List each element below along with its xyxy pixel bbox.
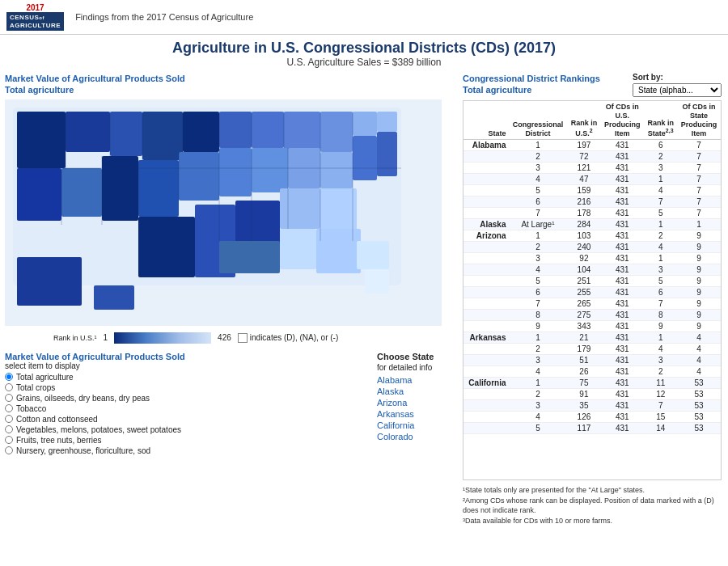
- svg-rect-22: [377, 132, 397, 176]
- cell-rank-state: 7: [644, 400, 677, 412]
- cell-rank-state: 2: [644, 230, 677, 242]
- svg-rect-7: [252, 112, 284, 148]
- filter-option[interactable]: Total crops: [5, 383, 369, 392]
- svg-rect-8: [284, 112, 320, 152]
- cell-cds-us: 431: [600, 378, 644, 389]
- footnote-item: ¹State totals only are presented for the…: [463, 485, 722, 496]
- cell-rank-state: 11: [644, 378, 677, 389]
- cell-cds-state: 4: [677, 332, 721, 344]
- cell-rank-us: 104: [567, 264, 600, 276]
- cell-district: 1: [508, 378, 567, 389]
- cell-district: 4: [508, 174, 567, 185]
- cell-rank-state: 4: [644, 242, 677, 253]
- table-container[interactable]: State CongressionalDistrict Rank inU.S.2…: [463, 100, 722, 480]
- cell-state: [463, 366, 508, 378]
- bottom-left: Market Value of Agricultural Products So…: [5, 352, 458, 457]
- main-title: Agriculture in U.S. Congressional Distri…: [0, 40, 728, 57]
- cell-state: [463, 151, 508, 163]
- cell-cds-state: 9: [677, 298, 721, 310]
- state-list-item[interactable]: California: [377, 420, 458, 431]
- cell-state: [463, 196, 508, 208]
- state-list-subtitle: for detailed info: [377, 363, 458, 372]
- cell-rank-state: 14: [644, 423, 677, 434]
- cell-district: 2: [508, 389, 567, 400]
- cell-cds-us: 431: [600, 253, 644, 264]
- filter-option[interactable]: Nursery, greenhouse, floriculture, sod: [5, 446, 369, 455]
- cell-cds-us: 431: [600, 208, 644, 219]
- cell-cds-state: 9: [677, 321, 721, 332]
- cell-district: 3: [508, 400, 567, 412]
- svg-rect-9: [320, 112, 353, 152]
- svg-rect-2: [66, 112, 110, 152]
- cell-cds-us: 431: [600, 310, 644, 321]
- cell-rank-us: 91: [567, 389, 600, 400]
- rankings-table: State CongressionalDistrict Rank inU.S.2…: [463, 101, 721, 434]
- filter-option[interactable]: Total agriculture: [5, 373, 369, 382]
- table-row: AlaskaAt Large¹28443111: [463, 219, 721, 230]
- table-row: 726543179: [463, 298, 721, 310]
- cell-rank-state: 6: [644, 287, 677, 298]
- cell-rank-us: 265: [567, 298, 600, 310]
- cell-cds-us: 431: [600, 151, 644, 163]
- cell-cds-us: 431: [600, 366, 644, 378]
- cell-state: [463, 298, 508, 310]
- right-section-title: Congressional District Rankings Total ag…: [463, 73, 600, 96]
- header-subtitle: Findings from the 2017 Census of Agricul…: [75, 12, 253, 22]
- cell-cds-state: 9: [677, 287, 721, 298]
- filter-subtitle: select item to display: [5, 361, 369, 370]
- col-district: CongressionalDistrict: [508, 101, 567, 140]
- svg-rect-25: [280, 229, 316, 269]
- cell-rank-us: 216: [567, 196, 600, 208]
- main-title-area: Agriculture in U.S. Congressional Distri…: [0, 35, 728, 70]
- footnote-item: ³Data available for CDs with 10 or more …: [463, 516, 722, 526]
- cell-cds-state: 4: [677, 344, 721, 355]
- cell-rank-state: 2: [644, 366, 677, 378]
- filter-option[interactable]: Grains, oilseeds, dry beans, dry peas: [5, 394, 369, 403]
- svg-rect-11: [377, 112, 397, 132]
- cell-cds-us: 431: [600, 242, 644, 253]
- state-list-item[interactable]: Alabama: [377, 374, 458, 386]
- cell-state: [463, 423, 508, 434]
- state-list-item[interactable]: Arizona: [377, 397, 458, 408]
- cell-rank-us: 121: [567, 163, 600, 174]
- cell-state: [463, 287, 508, 298]
- cell-rank-us: 75: [567, 378, 600, 389]
- svg-rect-4: [142, 112, 183, 160]
- map-container[interactable]: [5, 99, 442, 326]
- cell-district: 8: [508, 310, 567, 321]
- cell-state: Arkansas: [463, 332, 508, 344]
- cell-district: 6: [508, 196, 567, 208]
- sort-select[interactable]: State (alphab... Rank in U.S.: [633, 83, 722, 97]
- table-row: 39243119: [463, 253, 721, 264]
- state-list-item[interactable]: Colorado: [377, 431, 458, 442]
- cell-rank-state: 4: [644, 185, 677, 196]
- filter-title: Market Value of Agricultural Products So…: [5, 352, 369, 361]
- cell-cds-state: 9: [677, 242, 721, 253]
- cell-state: [463, 400, 508, 412]
- filter-option[interactable]: Tobacco: [5, 404, 369, 413]
- filter-option[interactable]: Fruits, tree nuts, berries: [5, 436, 369, 445]
- filter-option[interactable]: Vegetables, melons, potatoes, sweet pota…: [5, 425, 369, 434]
- col-rank-state: Rank inState2,3: [644, 101, 677, 140]
- state-list-item[interactable]: Alaska: [377, 386, 458, 397]
- cell-district: 4: [508, 412, 567, 423]
- cell-cds-us: 431: [600, 355, 644, 366]
- cell-state: [463, 276, 508, 287]
- cell-state: [463, 355, 508, 366]
- cell-cds-us: 431: [600, 423, 644, 434]
- cell-rank-state: 1: [644, 174, 677, 185]
- col-cds-state: Of CDs inStateProducingItem: [677, 101, 721, 140]
- filter-option[interactable]: Cotton and cottonseed: [5, 415, 369, 424]
- svg-rect-10: [353, 112, 377, 136]
- cell-rank-us: 51: [567, 355, 600, 366]
- cell-rank-us: 21: [567, 332, 600, 344]
- right-header: Congressional District Rankings Total ag…: [463, 73, 722, 97]
- cell-cds-state: 9: [677, 310, 721, 321]
- cell-rank-us: 103: [567, 230, 600, 242]
- cell-state: [463, 321, 508, 332]
- table-row: Alabama119743167: [463, 140, 721, 151]
- legend-label-right: 426: [218, 333, 231, 342]
- cell-cds-state: 53: [677, 378, 721, 389]
- cell-cds-us: 431: [600, 344, 644, 355]
- state-list-item[interactable]: Arkansas: [377, 408, 458, 420]
